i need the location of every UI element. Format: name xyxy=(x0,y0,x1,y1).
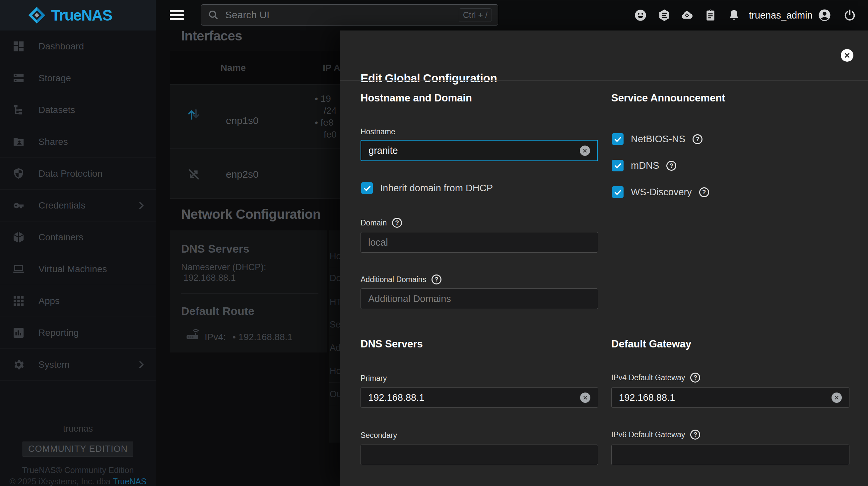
laptop-icon xyxy=(12,263,25,276)
table-row-enp1s0[interactable]: enp1s0 19 /24 fe8 fe0 xyxy=(170,84,369,149)
help-icon[interactable]: ? xyxy=(432,274,441,285)
table-row-enp2s0[interactable]: enp2s0 xyxy=(170,148,369,198)
secondary-dns-field[interactable] xyxy=(361,445,598,465)
checkbox-checked-icon[interactable] xyxy=(612,133,624,145)
power-icon[interactable] xyxy=(842,7,858,23)
copyright-text: © 2025 iXsystems, Inc. dba TrueNAS xyxy=(0,477,156,486)
menu-toggle-icon[interactable] xyxy=(170,10,184,22)
clear-icon[interactable] xyxy=(580,392,590,403)
additional-domains-field[interactable]: Additional Domains xyxy=(361,288,598,309)
sidebar-item-storage[interactable]: Storage xyxy=(0,62,156,94)
edition-text: TrueNAS® Community Edition xyxy=(0,465,156,475)
inherit-domain-checkbox-row[interactable]: Inherit domain from DHCP xyxy=(361,182,493,194)
truecommand-icon[interactable] xyxy=(657,8,672,23)
clear-icon[interactable] xyxy=(832,392,842,403)
logged-in-username[interactable]: truenas_admin xyxy=(749,0,813,31)
account-avatar-icon[interactable] xyxy=(816,7,833,23)
mdns-checkbox-row[interactable]: mDNS ? xyxy=(612,160,676,171)
feedback-smiley-icon[interactable] xyxy=(633,8,648,23)
domain-label-row: Domain ? xyxy=(361,218,402,228)
gear-icon xyxy=(12,358,25,371)
app-logo[interactable]: TrueNAS xyxy=(0,0,156,31)
header-divider xyxy=(340,80,868,80)
sidebar-item-dashboard[interactable]: Dashboard xyxy=(0,31,156,62)
hostname-field[interactable]: granite xyxy=(361,140,598,161)
additional-domains-placeholder: Additional Domains xyxy=(368,293,451,304)
help-icon[interactable]: ? xyxy=(699,187,709,197)
wsdiscovery-checkbox-row[interactable]: WS-Discovery ? xyxy=(612,186,709,198)
network-summary-card: DNS Servers Nameserver (DHCP): 192.168.8… xyxy=(170,230,327,352)
search-shortcut-hint: Ctrl + / xyxy=(459,8,492,22)
search-icon xyxy=(207,9,219,21)
domain-field[interactable]: local xyxy=(361,232,598,253)
sidebar-item-shares[interactable]: Shares xyxy=(0,126,156,158)
system-hostname: truenas xyxy=(0,424,156,434)
route-ipv4-value: 192.168.88.1 xyxy=(232,332,292,343)
sidebar-item-label: Dashboard xyxy=(38,41,84,52)
ipv6-gateway-field[interactable] xyxy=(611,445,849,465)
sidebar-item-credentials[interactable]: Credentials xyxy=(0,190,156,222)
network-config-section-title: Network Configuration xyxy=(181,207,321,222)
help-icon[interactable]: ? xyxy=(666,161,676,171)
ipv4-gateway-label-row: IPv4 Default Gateway ? xyxy=(611,372,700,383)
alerts-bell-icon[interactable] xyxy=(727,8,741,23)
jobs-clipboard-icon[interactable] xyxy=(703,8,718,23)
sidebar-item-label: Storage xyxy=(38,73,71,84)
hostname-domain-heading: Hostname and Domain xyxy=(361,92,472,104)
nameserver-label: Nameserver (DHCP): xyxy=(181,262,266,272)
close-icon[interactable] xyxy=(841,49,854,62)
inherit-domain-label: Inherit domain from DHCP xyxy=(380,183,493,194)
sidebar: Dashboard Storage Datasets Shares Data P… xyxy=(0,31,156,486)
search-input[interactable]: Search UI Ctrl + / xyxy=(201,4,498,26)
netbios-checkbox-row[interactable]: NetBIOS-NS ? xyxy=(612,133,703,145)
sidebar-item-virtual-machines[interactable]: Virtual Machines xyxy=(0,253,156,285)
clear-icon[interactable] xyxy=(580,145,590,156)
truenas-link[interactable]: TrueNAS xyxy=(113,477,147,486)
help-icon[interactable]: ? xyxy=(690,430,700,440)
help-icon[interactable]: ? xyxy=(392,218,402,228)
key-icon xyxy=(12,199,25,212)
ipv4-gateway-field[interactable]: 192.168.88.1 xyxy=(611,387,849,408)
sidebar-item-label: Shares xyxy=(38,137,68,147)
apps-grid-icon xyxy=(12,294,25,307)
checkbox-checked-icon[interactable] xyxy=(612,186,624,198)
help-icon[interactable]: ? xyxy=(692,134,703,144)
wsdiscovery-label: WS-Discovery xyxy=(631,187,692,198)
sidebar-item-reporting[interactable]: Reporting xyxy=(0,317,156,349)
checkbox-checked-icon[interactable] xyxy=(361,182,373,194)
primary-dns-field[interactable]: 192.168.88.1 xyxy=(361,387,598,408)
nameserver-value: 192.168.88.1 xyxy=(183,273,236,283)
community-edition-badge: COMMUNITY EDITION xyxy=(23,442,133,456)
help-icon[interactable]: ? xyxy=(690,372,700,383)
sidebar-item-datasets[interactable]: Datasets xyxy=(0,94,156,126)
sidebar-item-label: Data Protection xyxy=(38,168,102,179)
edition-badge-wrap: COMMUNITY EDITION xyxy=(0,442,156,456)
sidebar-item-label: Datasets xyxy=(38,105,75,116)
ipv6-gateway-label-row: IPv6 Default Gateway ? xyxy=(611,430,700,440)
hostname-value: granite xyxy=(369,145,398,156)
sidebar-item-data-protection[interactable]: Data Protection xyxy=(0,158,156,190)
ip-line: /24 xyxy=(315,105,337,117)
interface-ip-list: 19 /24 fe8 fe0 xyxy=(315,93,337,140)
sidebar-item-label: System xyxy=(38,359,69,370)
interface-name: enp1s0 xyxy=(226,115,258,126)
clipped-label: Hos xyxy=(330,251,341,262)
interface-up-down-icon xyxy=(186,107,201,122)
default-gateway-heading: Default Gateway xyxy=(611,338,691,350)
router-icon xyxy=(185,327,200,342)
sidebar-item-system[interactable]: System xyxy=(0,349,156,381)
clipped-label: Add xyxy=(330,343,341,353)
dns-servers-heading: DNS Servers xyxy=(361,338,423,350)
chevron-right-icon xyxy=(135,200,147,211)
hidden-card-strip: Hos Dom HTT Ser Add Hos Out xyxy=(329,230,341,443)
additional-domains-label-row: Additional Domains ? xyxy=(361,274,441,285)
dns-servers-heading: DNS Servers xyxy=(181,242,249,255)
cloud-sync-icon[interactable] xyxy=(680,8,694,23)
ipv4-gateway-label: IPv4 Default Gateway xyxy=(611,373,685,382)
checkbox-checked-icon[interactable] xyxy=(612,160,624,171)
sidebar-item-containers[interactable]: Containers xyxy=(0,222,156,253)
truenas-logo-icon xyxy=(28,6,46,24)
sidebar-item-label: Reporting xyxy=(38,327,79,338)
edit-global-configuration-panel: Edit Global Configuration Hostname and D… xyxy=(340,31,868,486)
sidebar-item-apps[interactable]: Apps xyxy=(0,285,156,317)
